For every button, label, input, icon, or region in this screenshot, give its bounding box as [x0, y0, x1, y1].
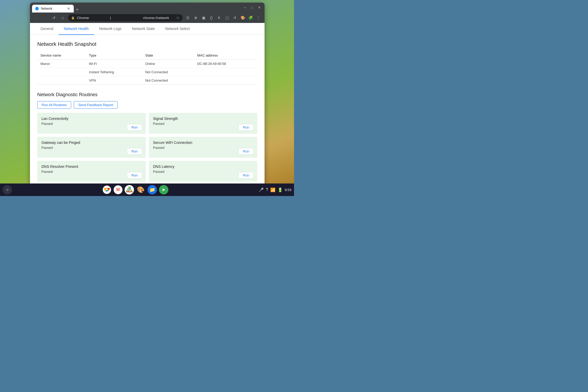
- address-origin: Chrome: [77, 16, 108, 20]
- snapshot-section: Network Health Snapshot Service name Typ…: [37, 41, 257, 85]
- run-wifi-button[interactable]: Run: [238, 148, 254, 155]
- col-service-name: Service name: [37, 51, 86, 60]
- run-gateway-button[interactable]: Run: [127, 148, 142, 155]
- snapshot-title: Network Health Snapshot: [37, 41, 257, 47]
- browser-window: 🌐 Network ✕ + ─ □ ✕ ← → ↺ ⌂ 🔒 Chrome | c…: [30, 3, 265, 192]
- taskbar-center: M 🎨 📁 ➤: [12, 185, 259, 194]
- run-signal-button[interactable]: Run: [238, 124, 254, 131]
- ext-icon-color[interactable]: 🎨: [239, 14, 246, 21]
- table-row: Instant Tethering Not Connected: [37, 68, 257, 76]
- ext-icon-2[interactable]: ⊕: [192, 14, 199, 21]
- tab-network-health[interactable]: Network Health: [59, 23, 94, 35]
- taskbar-photos[interactable]: 🎨: [136, 185, 145, 194]
- tab-network-state[interactable]: Network State: [127, 23, 160, 35]
- run-all-button[interactable]: Run All Routines: [37, 101, 71, 109]
- table-row: Manor Wi-Fi Online DC:8B:28:49:90:58: [37, 60, 257, 68]
- tab-network-logs[interactable]: Network Logs: [94, 23, 127, 35]
- page-tabs: General Network Health Network Logs Netw…: [30, 23, 265, 35]
- send-feedback-button[interactable]: Send Feedback Report: [74, 101, 118, 109]
- cell-mac-0: DC:8B:28:49:90:58: [194, 60, 257, 68]
- close-window-button[interactable]: ✕: [256, 4, 262, 11]
- tab-general[interactable]: General: [35, 23, 59, 35]
- diag-card-signal: Signal Strength Passed Run: [149, 113, 257, 134]
- new-tab-button[interactable]: +: [74, 7, 81, 13]
- cell-service-name-2: [37, 76, 86, 85]
- diag-card-dns-resolver-status: Passed: [41, 170, 142, 174]
- tab-title: Network: [41, 7, 64, 10]
- minimize-button[interactable]: ─: [242, 4, 248, 11]
- forward-button[interactable]: →: [41, 14, 49, 21]
- cell-service-name-0: Manor: [37, 60, 86, 68]
- diag-card-lan-title: Lan Connectivity: [41, 117, 142, 121]
- more-menu-button[interactable]: ⋮: [255, 14, 262, 21]
- title-bar: 🌐 Network ✕ + ─ □ ✕: [30, 3, 265, 13]
- diag-card-wifi-title: Secure WiFi Connection: [153, 140, 253, 145]
- ext-icon-6[interactable]: ▢: [223, 14, 231, 21]
- address-separator: |: [110, 16, 141, 20]
- diagnostics-title: Network Diagnostic Routines: [37, 92, 257, 97]
- back-button[interactable]: ←: [33, 14, 40, 21]
- ext-icon-3[interactable]: ▣: [200, 14, 207, 21]
- tab-network-select[interactable]: Network Select: [160, 23, 195, 35]
- cell-state-1: Not Connected: [142, 68, 194, 76]
- toolbar-extension-icons: G ⊕ ▣ () K ▢ ↺ 🎨 🧩 ⋮: [184, 14, 262, 21]
- diag-card-gateway: Gateway can be Pinged Passed Run: [37, 137, 146, 158]
- diag-card-dns-latency: DNS Latency Passed Run: [149, 161, 257, 182]
- reload-button[interactable]: ↺: [50, 14, 58, 21]
- diag-card-wifi-status: Passed: [153, 146, 253, 150]
- tab-close-button[interactable]: ✕: [66, 7, 71, 11]
- mic-icon[interactable]: 🎤: [259, 187, 264, 192]
- battery-icon[interactable]: 🔋: [278, 187, 283, 192]
- taskbar-right: 🎤 ? 📶 🔋 8:53: [259, 187, 291, 192]
- taskbar-drive[interactable]: [125, 185, 134, 194]
- diag-card-dns-latency-status: Passed: [153, 170, 253, 174]
- diag-card-gateway-title: Gateway can be Pinged: [41, 140, 142, 145]
- diag-card-wifi: Secure WiFi Connection Passed Run: [149, 137, 257, 158]
- taskbar-files[interactable]: 📁: [148, 185, 157, 194]
- ext-icon-5[interactable]: K: [216, 14, 223, 21]
- table-row: VPN Not Connected: [37, 76, 257, 85]
- diagnostics-section: Network Diagnostic Routines Run All Rout…: [37, 92, 257, 192]
- diag-card-gateway-status: Passed: [41, 146, 142, 150]
- ext-icon-puzzle[interactable]: 🧩: [247, 14, 254, 21]
- launcher-button[interactable]: ○: [3, 185, 12, 194]
- address-bar[interactable]: 🔒 Chrome | chrome://network ☆: [68, 14, 183, 21]
- browser-tabs-area: 🌐 Network ✕ +: [32, 3, 242, 13]
- run-lan-button[interactable]: Run: [127, 124, 142, 131]
- taskbar-chrome[interactable]: [102, 185, 112, 194]
- wifi-icon[interactable]: 📶: [270, 187, 275, 192]
- diag-card-dns-resolver: DNS Resolver Present Passed Run: [37, 161, 146, 182]
- diag-card-lan: Lan Connectivity Passed Run: [37, 113, 146, 134]
- bookmark-icon[interactable]: ☆: [176, 16, 180, 20]
- col-mac: MAC address: [194, 51, 257, 60]
- run-dns-resolver-button[interactable]: Run: [127, 172, 142, 179]
- run-dns-latency-button[interactable]: Run: [238, 172, 254, 179]
- browser-tab-network[interactable]: 🌐 Network ✕: [32, 5, 74, 13]
- diag-card-dns-latency-title: DNS Latency: [153, 164, 253, 169]
- cell-state-2: Not Connected: [142, 76, 194, 85]
- help-icon[interactable]: ?: [266, 187, 268, 192]
- home-button[interactable]: ⌂: [59, 14, 66, 21]
- diagnostics-cards-grid: Lan Connectivity Passed Run Signal Stren…: [37, 113, 257, 192]
- tab-favicon: 🌐: [35, 7, 39, 10]
- diag-card-lan-status: Passed: [41, 122, 142, 126]
- taskbar: ○ M 🎨 📁: [0, 183, 294, 196]
- taskbar-send[interactable]: ➤: [159, 185, 168, 194]
- cell-type-0: Wi-Fi: [86, 60, 142, 68]
- col-state: State: [142, 51, 194, 60]
- lock-icon: 🔒: [71, 16, 75, 20]
- diag-card-signal-status: Passed: [153, 122, 253, 126]
- cell-state-0: Online: [142, 60, 194, 68]
- browser-toolbar: ← → ↺ ⌂ 🔒 Chrome | chrome://network ☆ G …: [30, 13, 265, 23]
- diag-card-signal-title: Signal Strength: [153, 117, 253, 121]
- cell-type-2: VPN: [86, 76, 142, 85]
- ext-icon-4[interactable]: (): [208, 14, 215, 21]
- taskbar-gmail[interactable]: M: [114, 185, 123, 194]
- main-content: Network Health Snapshot Service name Typ…: [30, 35, 265, 192]
- ext-icon-1[interactable]: G: [184, 14, 192, 21]
- maximize-button[interactable]: □: [249, 4, 255, 11]
- ext-icon-reload[interactable]: ↺: [231, 14, 238, 21]
- action-buttons: Run All Routines Send Feedback Report: [37, 101, 257, 109]
- snapshot-table: Service name Type State MAC address Mano…: [37, 51, 257, 85]
- taskbar-left: ○: [3, 185, 12, 194]
